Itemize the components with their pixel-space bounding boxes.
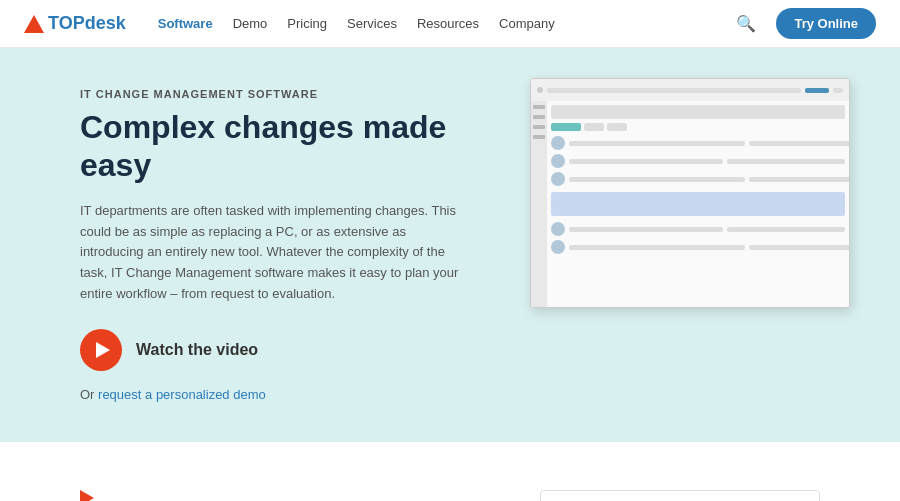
nav-links: Software Demo Pricing Services Resources… bbox=[158, 16, 737, 31]
nav-link-company[interactable]: Company bbox=[499, 16, 555, 31]
topbar-button bbox=[805, 88, 829, 93]
watch-video-label: Watch the video bbox=[136, 341, 258, 359]
topbar-icon bbox=[833, 88, 843, 93]
highlighted-row bbox=[551, 192, 845, 216]
hero-section: IT CHANGE MANAGEMENT SOFTWARE Complex ch… bbox=[0, 48, 900, 442]
sidebar-icon bbox=[533, 115, 545, 119]
avatar-icon bbox=[551, 154, 565, 168]
hero-label: IT CHANGE MANAGEMENT SOFTWARE bbox=[80, 88, 500, 100]
sidebar-icon bbox=[533, 125, 545, 129]
avatar-icon bbox=[551, 172, 565, 186]
filter-chip bbox=[607, 123, 627, 131]
demo-link-container: Or request a personalized demo bbox=[80, 387, 500, 402]
row-line bbox=[727, 159, 845, 164]
row-line bbox=[569, 177, 745, 182]
avatar-icon bbox=[551, 222, 565, 236]
topbar-bar bbox=[547, 88, 801, 93]
screen-body bbox=[531, 101, 849, 307]
hero-content: IT CHANGE MANAGEMENT SOFTWARE Complex ch… bbox=[80, 88, 500, 402]
screen-header-bar bbox=[551, 105, 845, 119]
sidebar-icon bbox=[533, 135, 545, 139]
row-line bbox=[749, 177, 850, 182]
row-line bbox=[749, 141, 850, 146]
logo[interactable]: TOPdesk bbox=[24, 13, 126, 34]
screen-sidebar bbox=[531, 101, 547, 307]
screen-topbar bbox=[531, 79, 849, 101]
nav-link-demo[interactable]: Demo bbox=[233, 16, 268, 31]
sidebar-icons bbox=[531, 101, 547, 143]
table-row bbox=[551, 240, 845, 254]
row-line bbox=[749, 245, 850, 250]
search-icon[interactable]: 🔍 bbox=[736, 14, 756, 33]
filter-chip bbox=[584, 123, 604, 131]
screen-mockup bbox=[530, 78, 850, 308]
row-line bbox=[569, 245, 745, 250]
filter-chip-active bbox=[551, 123, 581, 131]
download-card: Want to save this information? Download … bbox=[540, 490, 820, 501]
content-left: Automate your workflows You often deal w… bbox=[80, 490, 480, 501]
table-row bbox=[551, 222, 845, 236]
row-line bbox=[569, 159, 723, 164]
hero-description: IT departments are often tasked with imp… bbox=[80, 201, 460, 305]
logo-text: TOPdesk bbox=[48, 13, 126, 34]
avatar-icon bbox=[551, 136, 565, 150]
section-icon bbox=[80, 490, 94, 501]
table-row bbox=[551, 154, 845, 168]
row-line bbox=[569, 141, 745, 146]
avatar-icon bbox=[551, 240, 565, 254]
nav-link-pricing[interactable]: Pricing bbox=[287, 16, 327, 31]
row-line bbox=[727, 227, 845, 232]
sidebar-icon bbox=[533, 105, 545, 109]
row-line bbox=[569, 227, 723, 232]
content-section: Automate your workflows You often deal w… bbox=[0, 442, 900, 501]
hero-image bbox=[530, 78, 900, 338]
filter-row bbox=[551, 123, 845, 131]
topbar-dot bbox=[537, 87, 543, 93]
play-button-icon[interactable] bbox=[80, 329, 122, 371]
navigation: TOPdesk Software Demo Pricing Services R… bbox=[0, 0, 900, 48]
demo-prefix: Or bbox=[80, 387, 98, 402]
try-online-button[interactable]: Try Online bbox=[776, 8, 876, 39]
logo-triangle-icon bbox=[24, 15, 44, 33]
play-triangle-icon bbox=[96, 342, 110, 358]
nav-link-resources[interactable]: Resources bbox=[417, 16, 479, 31]
nav-link-services[interactable]: Services bbox=[347, 16, 397, 31]
nav-link-software[interactable]: Software bbox=[158, 16, 213, 31]
screen-main-content bbox=[547, 101, 849, 307]
table-row bbox=[551, 172, 845, 186]
table-row bbox=[551, 136, 845, 150]
watch-video-button[interactable]: Watch the video bbox=[80, 329, 500, 371]
hero-title: Complex changes made easy bbox=[80, 108, 500, 185]
personalized-demo-link[interactable]: request a personalized demo bbox=[98, 387, 266, 402]
